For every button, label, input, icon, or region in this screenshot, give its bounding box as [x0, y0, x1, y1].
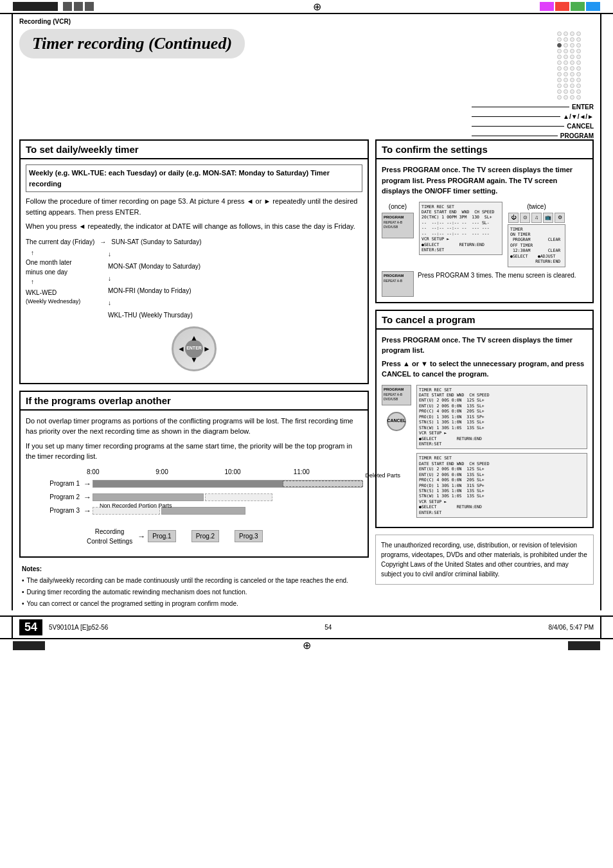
program1-row: Program 1 → Deleted Parts: [26, 478, 362, 490]
prog-icon-text1: PROGRAM: [384, 215, 412, 220]
screen2-mock: TIMER ON TIMER PROGRAM CLEAR OFF TIMER 1…: [508, 224, 565, 267]
remote-dot: [570, 84, 574, 88]
flow-weekly-wed: (Weekly Wednesday): [26, 297, 80, 306]
cancel-text2: Press ▲ or ▼ to select the unnecessary p…: [382, 359, 587, 380]
remote-dot: [557, 31, 562, 36]
flow-wkl-thu: WKL-THU (Weekly Thursday): [108, 310, 193, 320]
remote-dot: [576, 49, 581, 53]
prog2-bar: Non Recorded Portion Parts: [93, 493, 204, 501]
note2-text: During timer recording the automatic rew…: [27, 587, 247, 597]
press-program-text: Press PROGRAM 3 times. The menu screen i…: [418, 271, 576, 280]
recording-control-label: Recording: [95, 527, 125, 536]
cancel-section: To cancel a program Press PROGRAM once. …: [375, 310, 594, 529]
color-block-purple: [540, 2, 554, 11]
screen-images-row: (once) PROGRAM REPEAT A-B DVD/USB TIMER …: [382, 202, 587, 267]
program-icon-3: PROGRAM REPEAT A-B: [382, 271, 414, 297]
dpad-button: ▲ ▼ ◄ ► ENTER: [172, 326, 217, 371]
remote-dot: [564, 72, 568, 76]
flow-current-label: The current day (Friday): [26, 237, 94, 247]
deleted-parts-label: Deleted Parts: [365, 472, 400, 481]
remote-enter-label: ENTER: [572, 103, 594, 111]
cancel-prog-icon-sub2: DVD/USB: [384, 397, 409, 402]
remote-dot: [570, 95, 574, 100]
left-column: To set daily/weekly timer Weekly (e.g. W…: [19, 139, 369, 610]
daily-weekly-title: To set daily/weekly timer: [21, 141, 368, 159]
confirm-section: To confirm the settings Press PROGRAM on…: [375, 139, 594, 303]
color-block-blue: [586, 2, 600, 11]
prog3-bar: [161, 507, 245, 515]
remote-label-cancel: CANCEL: [472, 123, 594, 130]
prog1-label: Program 1: [26, 479, 84, 488]
overlap-title: If the programs overlap another: [21, 392, 368, 411]
cancel-prog-icon: PROGRAM REPEAT A-B DVD/USB: [382, 385, 411, 405]
remote-dot: [557, 72, 562, 76]
footer-right-border: [600, 617, 601, 638]
bottom-circle: ⊕: [303, 640, 311, 651]
top-bar: ⊕: [0, 0, 613, 14]
timeline-header: 8:00 9:00 10:00 11:00: [87, 467, 362, 477]
cancel-bold: Press PROGRAM once. The TV screen displa…: [382, 335, 587, 356]
remote-dot: [570, 72, 574, 76]
once-label: (once): [389, 202, 407, 211]
remote-dot: [576, 43, 581, 48]
prog1-arrow: →: [84, 478, 91, 490]
prog3-bottom: Prog.3: [235, 530, 262, 542]
notes-section: Notes: • The daily/weekly recording can …: [19, 564, 369, 608]
recording-label: Recording (VCR): [19, 18, 594, 25]
bold-header: Weekly (e.g. WKL-TUE: each Tuesday) or d…: [26, 164, 362, 192]
color-block-green: [571, 2, 585, 11]
prog3-arrow: →: [84, 505, 91, 517]
page-title: Timer recording (Continued): [19, 29, 245, 58]
flow-diagram: The current day (Friday) → SUN-SAT (Sund…: [26, 237, 362, 320]
timeline-chart: 8:00 9:00 10:00 11:00 Program 1 → Delete…: [26, 467, 362, 546]
top-bar-block2: [74, 2, 83, 11]
remote-dot: [570, 78, 574, 82]
note1-bullet: •: [22, 576, 24, 585]
remote-dot: [564, 89, 568, 94]
remote-dot: [557, 37, 562, 42]
flow-arrow-down2: ↓: [108, 274, 111, 283]
remote-dot: [564, 66, 568, 71]
remote-dot: [557, 84, 562, 88]
remote-dot: [576, 89, 581, 94]
main-content: To set daily/weekly timer Weekly (e.g. W…: [0, 139, 613, 610]
remote-dot: [557, 89, 562, 94]
menu-icons-row: ⏻ ⊙ ♫ 📺 ⚙: [508, 213, 565, 223]
page-number: 54: [19, 619, 42, 635]
remote-label-enter: ENTER: [472, 103, 594, 111]
prog-icon-3-text1: PROGRAM: [384, 273, 412, 279]
menu-icon-1: ⏻: [508, 213, 519, 223]
flow-arrow-down1: ↓: [108, 249, 111, 259]
right-border: [600, 14, 601, 139]
right-border-main: [600, 139, 601, 610]
remote-dot: [570, 43, 574, 48]
cancel-left-icons: PROGRAM REPEAT A-B DVD/USB CANCEL: [382, 385, 411, 431]
remote-dot: [564, 95, 568, 100]
press-program-note: PROGRAM REPEAT A-B Press PROGRAM 3 times…: [382, 271, 587, 297]
twice-column: (twice) ⏻ ⊙ ♫ 📺 ⚙ TIMER ON TIMER PROGRAM…: [508, 202, 565, 267]
flow-mon-fri: MON-FRI (Monday to Friday): [108, 286, 191, 296]
confirm-title: To confirm the settings: [377, 141, 592, 159]
prog3-label: Program 3: [26, 506, 84, 515]
cancel-button-icon: CANCEL: [387, 412, 406, 431]
remote-dot: [557, 43, 562, 48]
prog2-bar-light: [205, 493, 272, 501]
overlap-para2: If you set up many timer recording progr…: [26, 441, 362, 462]
remote-dot: [564, 31, 568, 36]
flow-mon-sat: MON-SAT (Monday to Saturday): [108, 261, 200, 271]
prog1-bar: Deleted Parts: [93, 480, 362, 488]
flow-arrow-right: →: [100, 237, 106, 247]
program-icon-box: PROGRAM REPEAT A-B DVD/USB: [382, 213, 414, 238]
left-border-main: [12, 139, 13, 610]
prog2-bottom: Prog.2: [191, 530, 219, 542]
deleted-portion: [283, 481, 363, 487]
menu-icon-3: ♫: [531, 213, 542, 223]
cancel-prog-icon-text: PROGRAM: [384, 387, 409, 393]
remote-dot: [570, 89, 574, 94]
remote-dot: [576, 66, 581, 71]
bottom-bar: ⊕: [0, 638, 613, 652]
remote-dot: [570, 49, 574, 53]
prog-icon-3-text2: REPEAT A-B: [384, 279, 412, 284]
remote-dot: [557, 49, 562, 53]
flow-arrow-up2: ↑: [31, 277, 34, 287]
